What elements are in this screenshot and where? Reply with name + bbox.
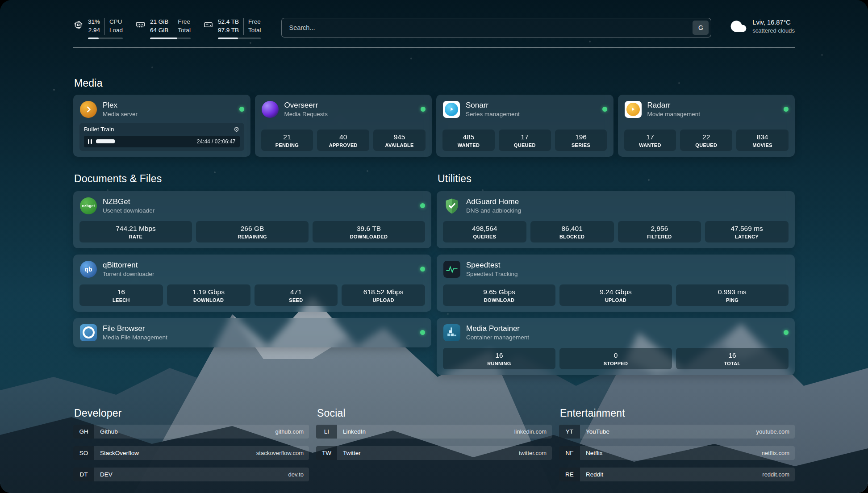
service-card-adguard[interactable]: AdGuard Home DNS and adblocking 498,564 … [437,191,795,248]
bookmark-github[interactable]: GH Github github.com [73,425,309,439]
playback-time: 24:44 / 02:06:47 [197,138,236,145]
snow-specks [0,0,1,1]
service-name: Plex [103,100,138,110]
bookmark-group-entertainment: Entertainment YT YouTube youtube.com NF … [559,407,795,489]
bookmark-url: github.com [275,428,304,435]
disk-usage-bar [218,38,261,39]
service-description: Media server [103,110,138,118]
service-card-speedtest[interactable]: Speedtest Speedtest Tracking 9.65 Gbps D… [437,255,795,312]
status-dot [420,203,425,208]
stat-block: 834 MOVIES [736,130,789,151]
top-bar: 31%2.94 CPULoad [73,18,795,39]
bookmark-abbr: DT [73,468,94,481]
memory-icon [135,20,146,30]
bookmark-abbr: YT [559,425,580,439]
service-description: Media Requests [284,110,328,118]
bookmark-url: youtube.com [756,428,789,435]
bookmark-name: Github [100,428,118,435]
portainer-icon [443,324,461,342]
stat-block: 471 SEED [255,284,338,306]
bookmark-reddit[interactable]: RE Reddit reddit.com [559,468,795,481]
stat-block: 1.19 Gbps DOWNLOAD [167,284,250,306]
memory-labels: FreeTotal [173,18,191,35]
status-dot [784,330,789,335]
memory-usage-bar [150,38,191,39]
bookmark-stackoverflow[interactable]: SO StackOverflow stackoverflow.com [73,446,309,460]
stat-block: 744.21 Mbps RATE [79,221,192,242]
status-dot [602,107,607,112]
service-name: Radarr [647,100,701,110]
bookmark-abbr: RE [559,468,580,481]
plex-now-playing: Bullet Train ⚙ 24:44 / 02:06:47 [79,123,244,151]
stat-block: 266 GB REMAINING [196,221,309,242]
stat-block: 498,564 QUERIES [443,221,526,242]
bookmark-name: Netflix [586,450,603,456]
service-card-radarr[interactable]: Radarr Movie management 17 WANTED 22 QUE… [618,95,795,157]
cpu-icon [73,20,83,30]
service-card-nzbget[interactable]: nzbget NZBGet Usenet downloader 744.21 M… [73,191,431,248]
service-description: Torrent downloader [103,270,154,278]
section-title-developer: Developer [74,407,309,419]
bookmark-url: linkedin.com [514,428,547,435]
cpu-values: 31%2.94 [88,18,104,35]
adguard-icon [443,197,461,215]
filebrowser-icon [79,324,97,342]
bookmark-abbr: SO [73,446,94,460]
service-name: NZBGet [103,197,154,207]
service-description: Movie management [647,110,701,118]
stat-block: 2,956 FILTERED [618,221,701,242]
service-card-overseerr[interactable]: Overseerr Media Requests 21 PENDING 40 A… [255,95,432,157]
bookmark-abbr: NF [559,446,580,460]
speedtest-icon [443,260,461,278]
disk-values: 52.4 TB97.9 TB [218,18,243,35]
stat-block: 16 LEECH [79,284,163,306]
cloud-icon [730,18,747,35]
search-provider-button[interactable]: G [693,21,709,35]
bookmark-name: LinkedIn [343,428,366,435]
search-box: G [281,18,711,38]
stat-block: 945 AVAILABLE [373,130,426,151]
bookmark-youtube[interactable]: YT YouTube youtube.com [559,425,795,439]
now-playing-title: Bullet Train [84,126,114,133]
stat-block: 39.6 TB DOWNLOADED [313,221,425,242]
service-name: qBittorrent [103,260,154,270]
status-dot [420,330,425,335]
section-title-entertainment: Entertainment [560,407,795,419]
service-card-plex[interactable]: Plex Media server Bullet Train ⚙ [73,95,250,157]
pause-button[interactable] [88,139,92,144]
bookmark-url: twitter.com [519,450,547,456]
service-card-portainer[interactable]: Media Portainer Container management 16 … [437,318,795,375]
service-card-filebrowser[interactable]: File Browser Media File Management [73,318,431,347]
plex-icon [79,100,97,118]
gear-icon[interactable]: ⚙ [234,126,239,133]
search-input[interactable] [288,24,693,32]
service-card-qbittorrent[interactable]: qb qBittorrent Torrent downloader 16 LEE… [73,255,431,312]
utilities-column: Utilities [437,173,795,375]
stat-block: 485 WANTED [442,130,495,151]
status-dot [420,267,425,272]
playback-progress-bar[interactable] [96,139,193,143]
bookmark-netflix[interactable]: NF Netflix netflix.com [559,446,795,460]
service-card-sonarr[interactable]: Sonarr Series management 485 WANTED 17 Q… [436,95,613,157]
service-name: File Browser [103,324,167,334]
service-name: AdGuard Home [466,197,521,207]
bookmark-url: stackoverflow.com [256,450,304,456]
stat-block: 47.569 ms LATENCY [705,221,789,242]
stat-block: 40 APPROVED [317,130,369,151]
topbar-divider [73,47,795,48]
bookmark-dev[interactable]: DT DEV dev.to [73,468,309,481]
bookmark-twitter[interactable]: TW Twitter twitter.com [316,446,552,460]
bookmark-abbr: TW [316,446,337,460]
service-description: Speedtest Tracking [466,270,518,278]
service-name: Sonarr [466,100,520,110]
memory-widget: 21 GiB64 GiB FreeTotal [135,18,191,39]
bookmark-name: DEV [100,471,113,478]
disk-labels: FreeTotal [243,18,261,35]
disk-widget: 52.4 TB97.9 TB FreeTotal [203,18,261,39]
cpu-widget: 31%2.94 CPULoad [73,18,123,39]
status-dot [421,107,426,112]
bookmark-linkedin[interactable]: LI LinkedIn linkedin.com [316,425,552,439]
cpu-usage-bar [88,38,123,39]
status-dot [239,107,244,112]
service-description: Media File Management [103,334,167,342]
